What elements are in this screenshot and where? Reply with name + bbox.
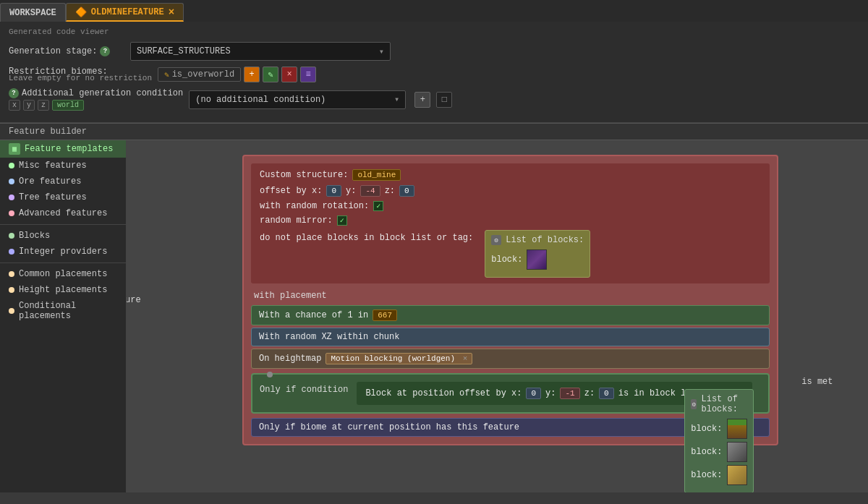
sidebar-item-common-placements[interactable]: Common placements (0, 266, 126, 282)
feature-templates-icon: ▦ (9, 143, 20, 155)
height-placements-dot (9, 287, 14, 293)
tab-workspace-label: WORKSPACE (9, 8, 56, 18)
blocks-dot (9, 233, 14, 239)
block-icon-special[interactable] (527, 249, 547, 270)
offset-x-value[interactable]: 0 (326, 185, 341, 197)
block-icon-sand[interactable] (727, 465, 747, 485)
offset-y-value[interactable]: -4 (360, 185, 380, 197)
sidebar: ▦ Feature templates Misc features Ore fe… (0, 140, 127, 492)
heightmap-value[interactable]: Motion blocking (worldgen) × (326, 353, 472, 364)
random-mirror-checkbox[interactable]: ✓ (337, 215, 347, 226)
tab-bar: WORKSPACE 🔶 OLDMINEFEATURE × (0, 0, 868, 22)
biome-tag: ✎ is_overworld (158, 67, 241, 82)
y-btn[interactable]: y (23, 100, 35, 111)
feature-builder-header: Feature builder (0, 123, 868, 140)
block-row-green-3: block: (691, 465, 746, 485)
sidebar-item-blocks[interactable]: Blocks (0, 228, 126, 244)
biome-edit-button[interactable]: ✎ (263, 67, 278, 82)
sidebar-item-feature-templates[interactable]: ▦ Feature templates (0, 140, 126, 158)
canvas-content: Configured feature Custom structure: old… (141, 155, 854, 445)
generation-stage-label: Generation stage: ? (9, 46, 124, 56)
cond-x-value[interactable]: 0 (526, 388, 541, 399)
chance-value[interactable]: 667 (373, 309, 397, 321)
condition-dropdown-arrow-icon: ▾ (394, 94, 399, 105)
offset-z-value[interactable]: 0 (399, 185, 414, 197)
sidebar-item-ore-features[interactable]: Ore features (0, 174, 126, 189)
sidebar-divider-2 (0, 262, 126, 263)
sidebar-item-advanced-features[interactable]: Advanced features (0, 205, 126, 221)
biome-remove-button[interactable]: × (281, 67, 297, 82)
dropdown-arrow-icon: ▾ (379, 46, 384, 57)
integer-providers-dot (9, 249, 14, 255)
configured-feature-block: Custom structure: old_mine offset by x: … (242, 155, 778, 445)
tab-feature[interactable]: 🔶 OLDMINEFEATURE × (66, 3, 184, 22)
common-placements-dot (9, 271, 14, 277)
generation-stage-help-icon[interactable]: ? (100, 46, 110, 56)
sidebar-item-misc-features[interactable]: Misc features (0, 158, 126, 174)
random-xz-placement: With random XZ within chunk (251, 328, 770, 346)
conditional-placements-dot (9, 308, 14, 314)
tab-workspace[interactable]: WORKSPACE (0, 3, 66, 22)
list-of-blocks-green-panel: ⚙ List of blocks: block: block: (684, 389, 753, 492)
heightmap-placement: On heightmap Motion blocking (worldgen) … (251, 349, 770, 369)
biome-add-button[interactable]: + (244, 67, 260, 82)
connect-dot (267, 372, 273, 377)
block-icon-grass[interactable] (727, 419, 747, 439)
block-row-green-1: block: (691, 419, 746, 439)
block-row-1: block: (491, 249, 584, 270)
lob-green-header: ⚙ List of blocks: (691, 394, 746, 414)
random-rotation-checkbox[interactable]: ✓ (373, 201, 383, 211)
biome-pencil-icon: ✎ (164, 70, 169, 80)
sidebar-divider-1 (0, 224, 126, 225)
condition-extra-button[interactable]: □ (436, 92, 452, 108)
heightmap-close-icon: × (463, 354, 468, 363)
lob-header: ⚙ List of blocks: (491, 235, 584, 245)
world-btn[interactable]: world (52, 100, 84, 111)
sidebar-item-conditional-placements[interactable]: Conditional placements (0, 298, 126, 324)
main-canvas: Configured feature Custom structure: old… (127, 140, 868, 492)
z-btn[interactable]: z (38, 100, 49, 111)
custom-structure-row: Custom structure: old_mine (260, 169, 761, 181)
sidebar-item-tree-features[interactable]: Tree features (0, 189, 126, 205)
biome-row: ✎ is_overworld + ✎ × ≡ (158, 67, 316, 82)
condition-block: Only if condition Block at position offs… (251, 373, 770, 414)
condition-label: Only if condition (260, 382, 348, 395)
cond-y-value[interactable]: -1 (560, 388, 579, 399)
ore-features-dot (9, 179, 14, 184)
sidebar-item-height-placements[interactable]: Height placements (0, 282, 126, 298)
block-row-green-2: block: (691, 442, 746, 462)
random-rotation-row: with random rotation: ✓ (260, 201, 761, 211)
condition-label-row: ? Additional generation condition (9, 88, 183, 98)
top-section: Generated code viewer Generation stage: … (0, 22, 868, 123)
x-btn[interactable]: x (9, 100, 20, 111)
offset-row: offset by x: 0 y: -4 z: 0 (260, 185, 761, 197)
custom-structure-value[interactable]: old_mine (352, 169, 401, 181)
chance-placement: With a chance of 1 in 667 (251, 305, 770, 325)
lob-gear-icon: ⚙ (491, 235, 501, 245)
misc-features-dot (9, 163, 14, 168)
additional-condition-row: ? Additional generation condition x y z … (9, 88, 859, 111)
biome-extra-button[interactable]: ≡ (300, 67, 316, 82)
random-mirror-row: random mirror: ✓ (260, 215, 761, 226)
builder-layout: ▦ Feature templates Misc features Ore fe… (0, 140, 868, 492)
configured-feature-label: Configured feature (127, 295, 141, 305)
cond-z-value[interactable]: 0 (599, 388, 614, 399)
tree-features-dot (9, 195, 14, 200)
is-met-label: is met (801, 377, 833, 387)
lob-green-gear-icon: ⚙ (691, 399, 697, 409)
generation-stage-dropdown[interactable]: SURFACE_STRUCTURES ▾ (130, 42, 391, 61)
condition-add-button[interactable]: + (414, 92, 430, 108)
restriction-biomes-sublabel: Leave empty for no restriction (9, 74, 152, 82)
condition-help-icon[interactable]: ? (9, 88, 19, 98)
block-icon-stone[interactable] (727, 442, 747, 462)
feature-icon: 🔶 (75, 7, 87, 18)
sidebar-item-integer-providers[interactable]: Integer providers (0, 244, 126, 260)
tab-feature-label: OLDMINEFEATURE (91, 7, 164, 17)
cf-inner: Custom structure: old_mine offset by x: … (251, 163, 770, 283)
additional-condition-dropdown[interactable]: (no additional condition) ▾ (189, 90, 406, 109)
with-placement-label: with placement (251, 288, 770, 302)
code-viewer-label: Generated code viewer (9, 27, 859, 36)
no-place-row: do not place blocks in block list or tag… (260, 230, 761, 278)
tab-close-icon[interactable]: × (169, 7, 174, 18)
advanced-features-dot (9, 210, 14, 216)
